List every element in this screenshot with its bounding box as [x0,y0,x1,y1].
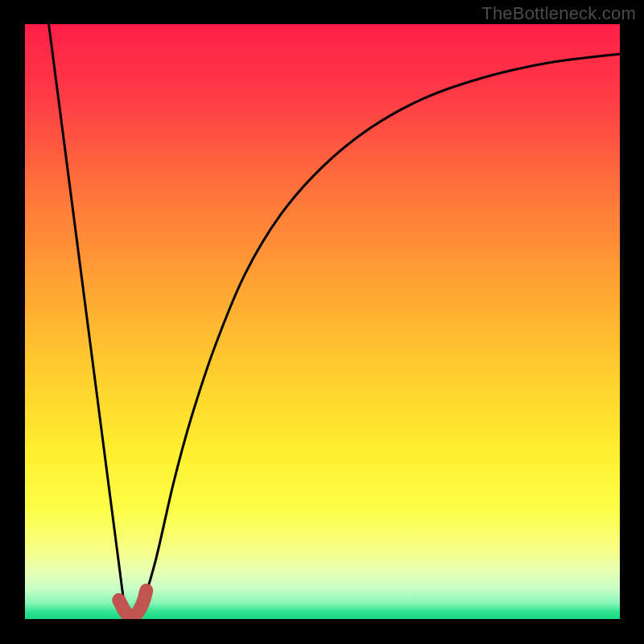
chart-svg [0,0,644,644]
chart-frame: TheBottleneck.com [0,0,644,644]
watermark-text: TheBottleneck.com [481,3,636,24]
